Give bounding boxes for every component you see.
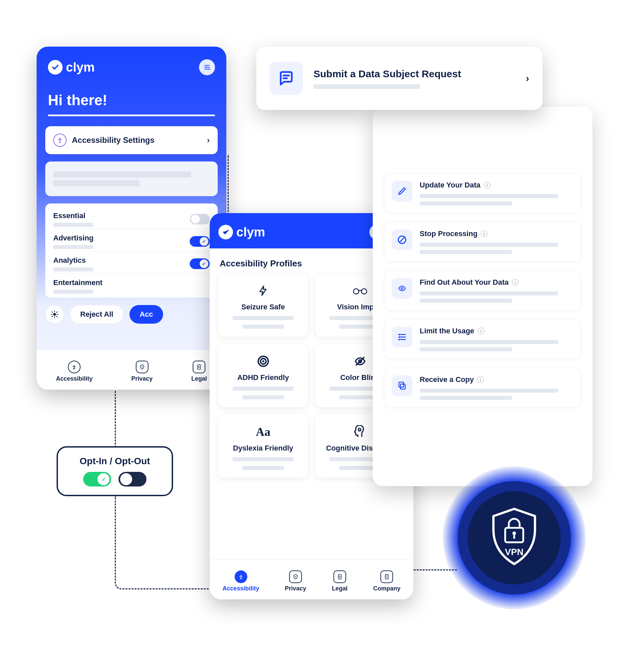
nav-legal[interactable]: Legal bbox=[332, 571, 347, 592]
document-icon bbox=[193, 361, 205, 373]
accessibility-icon bbox=[235, 571, 247, 583]
svg-point-1 bbox=[205, 67, 207, 68]
cookie-category-list: Essential Advertising ✓ Analytics ✓ Ente… bbox=[45, 204, 218, 298]
eye-off-icon bbox=[353, 354, 367, 369]
svg-point-5 bbox=[74, 365, 75, 366]
brand-logo: clym bbox=[218, 225, 265, 240]
category-row-analytics[interactable]: Analytics ✓ bbox=[53, 251, 210, 274]
nav-privacy[interactable]: Privacy bbox=[285, 571, 306, 592]
opt-title: Opt-In / Opt-Out bbox=[79, 456, 150, 467]
request-icon bbox=[270, 62, 303, 95]
check-icon bbox=[218, 225, 233, 240]
category-row-advertising[interactable]: Advertising ✓ bbox=[53, 229, 210, 251]
category-row-essential[interactable]: Essential bbox=[53, 207, 210, 229]
opt-in-out-card: Opt-In / Opt-Out ✓ bbox=[57, 446, 173, 496]
svg-rect-22 bbox=[399, 382, 404, 387]
shield-icon bbox=[289, 571, 302, 583]
svg-point-4 bbox=[54, 313, 56, 315]
gear-icon bbox=[51, 310, 58, 318]
dsr-update-data[interactable]: Update Your Datai bbox=[384, 173, 581, 213]
chevron-right-icon: › bbox=[207, 136, 210, 145]
svg-point-3 bbox=[59, 138, 60, 139]
document-icon bbox=[334, 571, 346, 583]
accessibility-icon bbox=[68, 361, 80, 373]
copy-icon bbox=[392, 375, 412, 396]
svg-point-20 bbox=[401, 287, 403, 290]
target-icon bbox=[256, 354, 270, 369]
placeholder-card bbox=[45, 161, 218, 196]
dsr-find-out[interactable]: Find Out About Your Datai bbox=[384, 270, 581, 310]
accessibility-settings-label: Accessibility Settings bbox=[72, 136, 155, 145]
svg-point-8 bbox=[354, 289, 359, 294]
svg-rect-21 bbox=[400, 384, 405, 389]
info-icon: i bbox=[512, 279, 519, 286]
settings-button[interactable] bbox=[199, 59, 215, 75]
svg-rect-7 bbox=[198, 365, 201, 369]
reject-all-button[interactable]: Reject All bbox=[70, 305, 124, 324]
dsr-options-panel: Update Your Datai Stop Processingi Find … bbox=[373, 107, 592, 486]
info-icon: i bbox=[484, 182, 490, 189]
info-icon: i bbox=[481, 230, 487, 237]
pencil-icon bbox=[392, 181, 412, 201]
brand-name: clym bbox=[236, 225, 265, 240]
profile-adhd[interactable]: ADHD Friendly bbox=[218, 344, 308, 407]
profile-dyslexia[interactable]: Aa Dyslexia Friendly bbox=[218, 415, 308, 478]
info-icon: i bbox=[477, 376, 484, 383]
shield-lock-icon: VPN bbox=[486, 506, 542, 569]
svg-point-2 bbox=[209, 69, 210, 70]
svg-point-15 bbox=[240, 575, 241, 576]
nav-accessibility[interactable]: Accessibility bbox=[56, 361, 92, 382]
toggle-advertising[interactable]: ✓ bbox=[190, 236, 210, 247]
vpn-badge: VPN bbox=[443, 466, 586, 609]
toggle-essential[interactable] bbox=[190, 214, 210, 225]
connector-line bbox=[115, 496, 215, 590]
info-icon: i bbox=[478, 328, 484, 334]
svg-point-12 bbox=[262, 360, 264, 362]
opt-in-toggle[interactable]: ✓ bbox=[83, 472, 111, 487]
building-icon bbox=[380, 571, 393, 583]
glasses-icon bbox=[352, 283, 368, 298]
nav-privacy[interactable]: Privacy bbox=[131, 361, 153, 382]
eye-icon bbox=[392, 278, 412, 299]
svg-rect-17 bbox=[338, 574, 341, 579]
bolt-icon bbox=[257, 283, 269, 298]
checklist-icon bbox=[392, 327, 412, 347]
svg-rect-18 bbox=[386, 574, 388, 579]
accessibility-settings-row[interactable]: Accessibility Settings › bbox=[45, 126, 218, 154]
accessibility-icon bbox=[53, 134, 67, 147]
accept-button[interactable]: Acc bbox=[129, 305, 163, 324]
opt-out-toggle[interactable] bbox=[119, 472, 146, 487]
dsr-stop-processing[interactable]: Stop Processingi bbox=[384, 222, 581, 262]
privacy-widget-phone: clym Hi there! Accessibility Settings › bbox=[37, 47, 226, 390]
stop-icon bbox=[392, 229, 412, 250]
preferences-button[interactable] bbox=[45, 305, 64, 324]
dsr-submit-card[interactable]: Submit a Data Subject Request › bbox=[256, 47, 542, 110]
category-row-entertainment[interactable]: Entertainment bbox=[53, 274, 210, 296]
shield-icon bbox=[136, 361, 148, 373]
bottom-nav: Accessibility Privacy Legal bbox=[37, 350, 226, 390]
bottom-nav: Accessibility Privacy Legal Company bbox=[210, 559, 413, 599]
head-brain-icon bbox=[354, 425, 367, 439]
sliders-icon bbox=[203, 64, 211, 71]
dsr-receive-copy[interactable]: Receive a Copyi bbox=[384, 368, 581, 408]
brand-logo: clym bbox=[48, 60, 95, 75]
brand-name: clym bbox=[66, 60, 95, 75]
nav-legal[interactable]: Legal bbox=[191, 361, 207, 382]
nav-accessibility[interactable]: Accessibility bbox=[223, 571, 259, 592]
connector-line bbox=[115, 391, 116, 448]
nav-company[interactable]: Company bbox=[373, 571, 400, 592]
svg-text:VPN: VPN bbox=[505, 547, 523, 557]
svg-point-9 bbox=[361, 289, 367, 294]
dsr-header-title: Submit a Data Subject Request bbox=[314, 68, 461, 80]
svg-point-24 bbox=[513, 531, 516, 535]
chevron-right-icon: › bbox=[526, 73, 529, 84]
svg-point-14 bbox=[358, 428, 361, 431]
greeting-title: Hi there! bbox=[37, 78, 226, 115]
profile-seizure-safe[interactable]: Seizure Safe bbox=[218, 274, 308, 337]
check-icon bbox=[48, 60, 62, 75]
divider bbox=[48, 115, 215, 116]
toggle-analytics[interactable]: ✓ bbox=[190, 258, 210, 269]
svg-point-0 bbox=[207, 65, 209, 66]
typography-icon: Aa bbox=[256, 425, 271, 439]
dsr-limit-usage[interactable]: Limit the Usagei bbox=[384, 319, 581, 359]
